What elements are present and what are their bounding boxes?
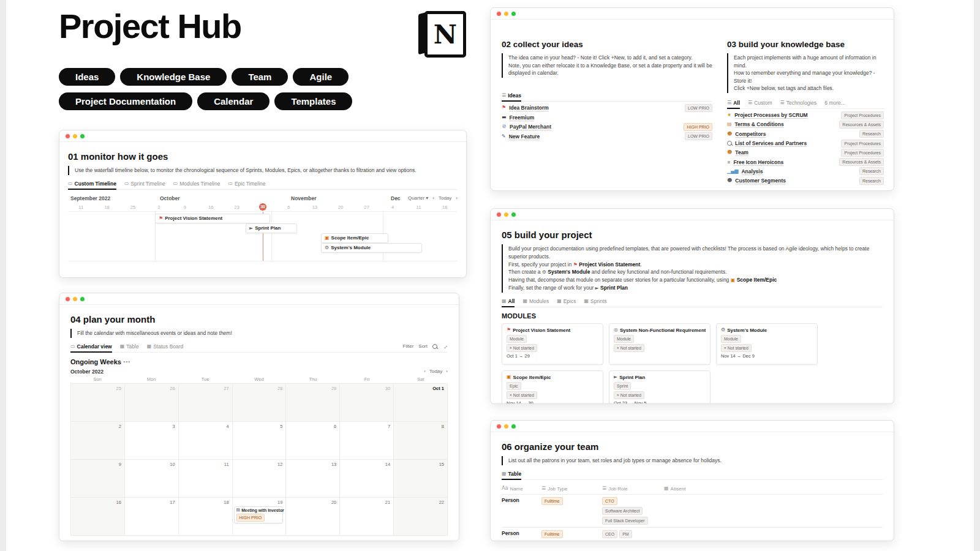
idea-item-paypal-merchant[interactable]: ℗PayPal MerchantHIGH PRIO xyxy=(502,122,712,132)
tab-epic-timeline[interactable]: ▭Epic Timeline xyxy=(228,181,265,187)
zoom-button[interactable] xyxy=(511,212,516,217)
calendar-cell-13[interactable]: 13 xyxy=(286,460,340,498)
kb-item-competitors[interactable]: ☻CompetitorsResearch xyxy=(727,129,884,138)
calendar-cell-26[interactable]: 26 xyxy=(125,384,179,422)
column-header-job-type[interactable]: ☰Job Type xyxy=(541,484,602,494)
calendar-cell-12[interactable]: 12 xyxy=(233,460,287,498)
kb-item-terms-conditions[interactable]: ▤Terms & ConditionsResources & Assets xyxy=(727,120,884,129)
tab-technologies[interactable]: ☰Technologies xyxy=(780,100,817,106)
minimize-button[interactable] xyxy=(73,297,77,301)
timeline-prev-button[interactable]: ‹ xyxy=(432,195,434,201)
calendar-cell-2[interactable]: 2 xyxy=(71,422,125,460)
tag-pill-calendar[interactable]: Calendar xyxy=(197,92,270,110)
calendar-cell-22[interactable]: 22 xyxy=(394,498,448,536)
calendar-cell-17[interactable]: 17 xyxy=(125,498,179,536)
close-button[interactable] xyxy=(497,424,501,429)
calendar-cell-19[interactable]: 19▤Meeting with InvestorHIGH PRIO xyxy=(233,498,287,536)
kb-item-free-icon-heroicons[interactable]: ▪Free Icon HeroiconsResources & Assets xyxy=(727,157,884,167)
tag-pill-project-documentation[interactable]: Project Documentation xyxy=(59,92,192,110)
tab-calendar-view[interactable]: ▭Calendar view xyxy=(70,343,112,350)
module-card-system-s-module[interactable]: ⚙System's ModuleModule●Not startedNov 14… xyxy=(716,323,818,365)
kb-item-project-processes-by-scrum[interactable]: ★Project Processes by SCRUMProject Proce… xyxy=(727,111,884,120)
search-icon[interactable] xyxy=(432,344,437,349)
kb-item-analysis[interactable]: ▁▄▆AnalysisResearch xyxy=(727,167,884,176)
tab-custom-timeline[interactable]: ▭Custom Timeline xyxy=(68,181,116,187)
calendar-cell-29[interactable]: 29 xyxy=(286,384,340,422)
tag-pill-team[interactable]: Team xyxy=(232,68,288,86)
minimize-button[interactable] xyxy=(504,12,508,16)
table-row[interactable]: PersonFulltimeWeb DesignerOctober 20, 20… xyxy=(502,541,883,542)
minimize-button[interactable] xyxy=(504,424,508,429)
kb-item-customer-segments[interactable]: ☻Customer SegmentsResearch xyxy=(727,176,884,186)
inline-page-link[interactable]: System's Module xyxy=(548,269,590,275)
expand-icon[interactable]: ↔ xyxy=(441,342,449,350)
quarter-select[interactable]: Quarter ▾ xyxy=(408,195,428,201)
tag-pill-templates[interactable]: Templates xyxy=(274,92,352,110)
calendar-cell-10[interactable]: 10 xyxy=(125,460,179,498)
tag-pill-agile[interactable]: Agile xyxy=(293,68,349,86)
calendar-cell-15[interactable]: 15 xyxy=(394,460,448,498)
calendar-cell-14[interactable]: 14 xyxy=(340,460,394,498)
timeline-bar-project-vision-statement[interactable]: ⚑Project Vision Statement xyxy=(155,214,270,223)
timeline-today-button[interactable]: Today xyxy=(439,195,451,201)
tab-modules-timeline[interactable]: ▭Modules Timeline xyxy=(173,181,221,187)
close-button[interactable] xyxy=(497,12,501,16)
zoom-button[interactable] xyxy=(80,134,85,138)
calendar-cell-7[interactable]: 7 xyxy=(340,422,394,460)
calendar-cell-3[interactable]: 3 xyxy=(125,422,179,460)
calendar-cell-20[interactable]: 20 xyxy=(286,498,340,536)
calendar-next-button[interactable]: › xyxy=(446,369,448,375)
kb-item-team[interactable]: ☻TeamProject Procedures xyxy=(727,148,884,157)
minimize-button[interactable] xyxy=(73,134,77,138)
calendar-cell-4[interactable]: 4 xyxy=(179,422,233,460)
idea-item-freemium[interactable]: ▬Freemium xyxy=(502,113,712,122)
inline-page-link[interactable]: Scope Item/Epic xyxy=(737,277,777,283)
calendar-cell-16[interactable]: 16 xyxy=(71,498,125,536)
more-options-icon[interactable]: ⋯ xyxy=(123,358,130,365)
inline-page-link[interactable]: Sprint Plan xyxy=(600,285,628,291)
zoom-button[interactable] xyxy=(80,297,85,301)
tab-6-more[interactable]: 6 more... xyxy=(824,100,845,106)
module-card-sprint-plan[interactable]: ►Sprint PlanSprint●Not startedOct 23 → N… xyxy=(609,370,710,404)
column-header-job-role[interactable]: ☰Job Role xyxy=(602,484,664,494)
filter-button[interactable]: Filter xyxy=(403,343,414,349)
tab-table[interactable]: ▦Table xyxy=(502,471,521,477)
calendar-cell-9[interactable]: 9 xyxy=(71,460,125,498)
tab-ideas[interactable]: ☰Ideas xyxy=(502,92,521,99)
tab-epics[interactable]: ▦Epics xyxy=(557,298,576,304)
tab-sprint-timeline[interactable]: ▭Sprint Timeline xyxy=(124,181,165,187)
close-button[interactable] xyxy=(66,134,70,138)
calendar-cell-28[interactable]: 28 xyxy=(233,384,287,422)
close-button[interactable] xyxy=(497,212,501,217)
timeline-next-button[interactable]: › xyxy=(456,195,458,201)
module-card-system-non-functional-requirements[interactable]: ◎System Non-Functional RequirementsModul… xyxy=(609,323,710,365)
calendar-cell-6[interactable]: 6 xyxy=(286,422,340,460)
calendar-cell-30[interactable]: 30 xyxy=(340,384,394,422)
calendar-cell-18[interactable]: 18 xyxy=(179,498,233,536)
module-card-scope-item-epic[interactable]: ▣Scope Item/EpicEpic●Not startedNov 14 →… xyxy=(502,370,603,404)
calendar-event-meeting-with-investor[interactable]: ▤Meeting with InvestorHIGH PRIO xyxy=(234,506,284,523)
calendar-cell-27[interactable]: 27 xyxy=(179,384,233,422)
sort-button[interactable]: Sort xyxy=(418,343,428,349)
tab-custom[interactable]: ☰Custom xyxy=(748,100,772,106)
tab-status-board[interactable]: ▦Status Board xyxy=(147,343,184,350)
timeline-bar-system-s-module[interactable]: ⚙System's Module xyxy=(321,243,422,253)
calendar-cell-5[interactable]: 5 xyxy=(233,422,287,460)
tag-pill-ideas[interactable]: Ideas xyxy=(59,68,115,86)
calendar-cell-8[interactable]: 8 xyxy=(394,422,448,460)
tab-sprints[interactable]: ▦Sprints xyxy=(584,298,607,304)
inline-page-link[interactable]: Project Vision Statement xyxy=(579,261,640,268)
timeline-bar-sprint-plan[interactable]: ►Sprint Plan xyxy=(246,223,297,233)
calendar-cell-oct-1[interactable]: Oct 1 xyxy=(394,384,448,422)
calendar-prev-button[interactable]: ‹ xyxy=(424,369,426,375)
column-header-absent[interactable]: ▦Absent xyxy=(664,484,883,494)
table-row[interactable]: PersonFulltimeCTOSoftware ArchitectFull … xyxy=(502,495,883,528)
timeline-bar-scope-item-epic[interactable]: ▣Scope Item/Epic xyxy=(321,233,388,243)
tab-modules[interactable]: ▦Modules xyxy=(522,298,549,304)
kb-item-list-of-services-and-partners[interactable]: List of Services and PartnersProject Pro… xyxy=(727,138,884,148)
close-button[interactable] xyxy=(66,297,70,301)
calendar-cell-11[interactable]: 11 xyxy=(179,460,233,498)
tag-pill-knowledge-base[interactable]: Knowledge Base xyxy=(120,68,227,86)
zoom-button[interactable] xyxy=(511,424,516,429)
module-card-project-vision-statement[interactable]: ⚑Project Vision StatementModule●Not star… xyxy=(502,323,603,365)
